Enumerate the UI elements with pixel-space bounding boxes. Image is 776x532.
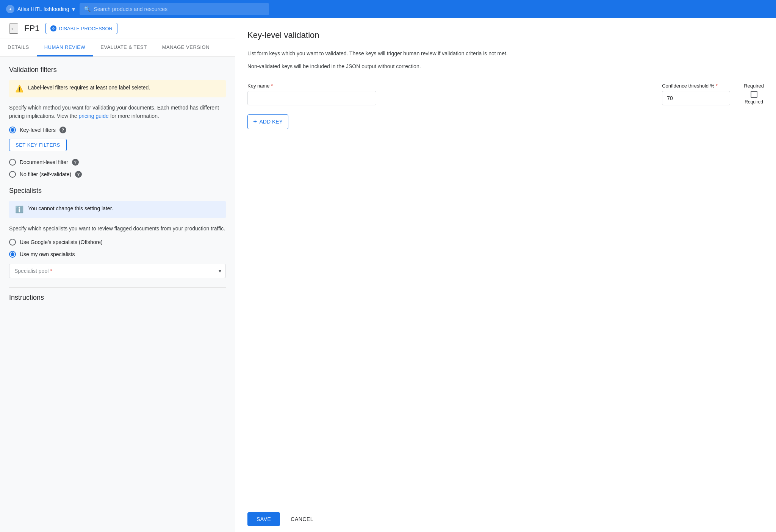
page-title: FP1 [24,23,39,33]
content-area: Validation filters ⚠️ Label-level filter… [0,57,235,532]
radio-google-input[interactable] [9,239,16,246]
disable-processor-button[interactable]: ⊙ DISABLE PROCESSOR [45,23,117,34]
radio-key-level-inner [11,128,14,132]
search-placeholder: Search products and resources [94,6,167,12]
tab-human-review[interactable]: HUMAN REVIEW [37,39,93,56]
radio-google-label: Use Google's specialists (Offshore) [20,239,103,245]
alert-box: ⚠️ Label-level filters requires at least… [9,80,226,97]
disable-icon: ⊙ [50,25,56,31]
logo-icon: ✦ [6,5,14,13]
search-icon: 🔍 [84,6,91,12]
right-panel: Key-level validation List form keys whic… [235,18,776,532]
add-key-label: ADD KEY [260,119,283,125]
form-row: Key name * Confidence threshold % * Requ… [247,83,764,105]
validation-filters-section: Validation filters ⚠️ Label-level filter… [9,66,226,178]
confidence-required-star: * [716,83,718,89]
top-navigation: ✦ Atlas HITL fishfooding ▾ 🔍 Search prod… [0,0,776,18]
key-name-label-text: Key name [247,83,270,89]
info-icon: ℹ️ [15,205,23,214]
left-panel: ← FP1 ⊙ DISABLE PROCESSOR DETAILS HUMAN … [0,18,235,532]
radio-no-filter-input[interactable] [9,171,16,178]
radio-own-specialists[interactable]: Use my own specialists [9,251,226,258]
confidence-label-text: Confidence threshold % [662,83,714,89]
panel-footer: SAVE CANCEL [235,506,776,532]
page-layout: ← FP1 ⊙ DISABLE PROCESSOR DETAILS HUMAN … [0,18,776,532]
info-box: ℹ️ You cannot change this setting later. [9,201,226,218]
required-column-label: Required [744,83,764,89]
checkbox-wrapper: Required [745,91,763,105]
add-key-button[interactable]: + ADD KEY [247,114,288,129]
key-name-required-star: * [271,83,273,89]
key-name-field: Key name * [247,83,656,105]
panel-description-1: List form keys which you want to validat… [247,49,764,58]
nav-logo[interactable]: ✦ Atlas HITL fishfooding ▾ [6,5,75,13]
cancel-button[interactable]: CANCEL [285,512,319,526]
disable-button-label: DISABLE PROCESSOR [59,26,113,31]
radio-no-filter[interactable]: No filter (self-validate) ? [9,171,226,178]
radio-document-level-label: Document-level filter [20,159,68,165]
confidence-label: Confidence threshold % * [662,83,738,89]
radio-document-level[interactable]: Document-level filter ? [9,159,226,166]
radio-no-filter-label: No filter (self-validate) [20,171,71,177]
validation-description: Specify which method you want for valida… [9,103,226,120]
tab-evaluate-test[interactable]: EVALUATE & TEST [93,39,154,56]
required-field: Required Required [744,83,764,105]
radio-own-input[interactable] [9,251,16,258]
chevron-down-icon: ▾ [219,268,221,274]
radio-own-label: Use my own specialists [20,251,75,257]
specialist-pool-wrapper[interactable]: Specialist pool * ▾ [9,264,226,278]
confidence-input[interactable] [662,91,730,105]
panel-title: Key-level validation [247,30,764,40]
radio-document-level-input[interactable] [9,159,16,166]
tab-manage-version[interactable]: MANAGE VERSION [155,39,217,56]
save-button[interactable]: SAVE [247,512,280,526]
specialists-title: Specialists [9,187,226,195]
key-name-input[interactable] [247,91,376,105]
panel-content: Key-level validation List form keys whic… [235,18,776,506]
instructions-title: Instructions [9,294,226,302]
validation-filters-title: Validation filters [9,66,226,74]
key-name-label: Key name * [247,83,656,89]
pricing-guide-link[interactable]: pricing guide [78,113,108,119]
sub-header: ← FP1 ⊙ DISABLE PROCESSOR [0,18,235,39]
description-suffix: for more information. [110,113,159,119]
tabs-bar: DETAILS HUMAN REVIEW EVALUATE & TEST MAN… [0,39,235,57]
panel-description-2: Non-validated keys will be included in t… [247,62,764,70]
radio-key-level-label: Key-level filters [20,127,56,133]
alert-message: Label-level filters requires at least on… [28,84,150,91]
nav-chevron-icon[interactable]: ▾ [72,6,75,13]
checkbox-label: Required [745,99,763,105]
radio-key-level-input[interactable] [9,127,16,133]
no-filter-help-icon[interactable]: ? [75,171,82,178]
specialists-description: Specify which specialists you want to re… [9,224,226,233]
set-key-filters-button[interactable]: SET KEY FILTERS [9,139,67,151]
specialists-section: Specialists ℹ️ You cannot change this se… [9,187,226,278]
radio-own-inner [11,252,14,256]
key-level-help-icon[interactable]: ? [59,127,66,133]
warning-icon: ⚠️ [15,84,23,93]
confidence-field: Confidence threshold % * [662,83,738,105]
required-checkbox[interactable] [751,91,757,98]
nav-logo-text: Atlas HITL fishfooding [17,6,69,12]
info-message: You cannot change this setting later. [28,205,113,211]
instructions-divider: Instructions [9,287,226,302]
radio-google-specialists[interactable]: Use Google's specialists (Offshore) [9,239,226,246]
specialist-pool-select[interactable] [9,264,226,278]
radio-key-level-filters[interactable]: Key-level filters ? [9,127,226,133]
search-bar[interactable]: 🔍 Search products and resources [80,3,269,15]
tab-details[interactable]: DETAILS [0,39,37,56]
plus-icon: + [253,118,257,126]
back-button[interactable]: ← [9,23,18,34]
document-level-help-icon[interactable]: ? [72,159,79,166]
